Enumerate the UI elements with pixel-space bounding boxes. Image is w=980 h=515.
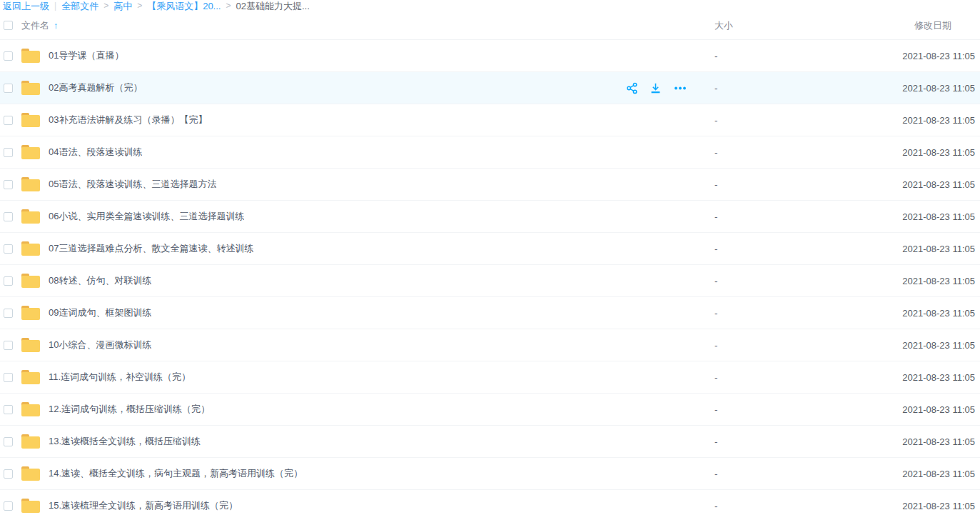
breadcrumb-current: 02基础能力大提... xyxy=(236,1,309,11)
row-checkbox[interactable] xyxy=(4,212,13,221)
folder-icon xyxy=(21,49,40,63)
file-name-link[interactable]: 05语法、段落速读训练、三道选择题方法 xyxy=(49,178,216,191)
file-size: - xyxy=(709,83,901,94)
file-name-link[interactable]: 04语法、段落速读训练 xyxy=(49,146,142,159)
share-icon[interactable] xyxy=(626,82,638,94)
folder-icon xyxy=(21,338,40,352)
row-checkbox[interactable] xyxy=(4,405,13,414)
download-icon[interactable] xyxy=(650,82,662,94)
table-row[interactable]: 07三道选择题难点分析、散文全篇速读、转述训练 - 2021-08-23 11:… xyxy=(0,233,980,265)
file-name-link[interactable]: 13.速读概括全文训练，概括压缩训练 xyxy=(49,435,201,448)
breadcrumb-link-all-files[interactable]: 全部文件 xyxy=(61,1,98,11)
row-checkbox[interactable] xyxy=(4,51,13,61)
file-modified-date: 2021-08-23 11:05 xyxy=(901,404,980,415)
row-checkbox[interactable] xyxy=(4,276,13,286)
file-size: - xyxy=(709,308,901,319)
file-name-link[interactable]: 03补充语法讲解及练习（录播）【完】 xyxy=(49,114,207,126)
table-row[interactable]: 04语法、段落速读训练 - 2021-08-23 11:05 xyxy=(0,136,980,169)
file-name-link[interactable]: 01导学课（直播） xyxy=(49,49,123,62)
folder-icon xyxy=(21,306,40,320)
select-all-checkbox[interactable] xyxy=(4,21,13,30)
file-size: - xyxy=(709,404,901,415)
file-name-link[interactable]: 12.连词成句训练，概括压缩训练（完） xyxy=(49,403,210,416)
file-name-link[interactable]: 08转述、仿句、对联训练 xyxy=(49,274,151,287)
file-modified-date: 2021-08-23 11:05 xyxy=(901,469,980,479)
file-name-link[interactable]: 02高考真题解析（完） xyxy=(49,81,142,94)
row-hover-actions xyxy=(626,82,709,94)
file-modified-date: 2021-08-23 11:05 xyxy=(901,147,980,158)
row-checkbox[interactable] xyxy=(4,84,13,93)
file-name-link[interactable]: 11.连词成句训练，补空训练（完） xyxy=(49,371,191,384)
row-checkbox[interactable] xyxy=(4,309,13,318)
folder-icon xyxy=(21,274,40,288)
file-size: - xyxy=(709,179,901,190)
file-modified-date: 2021-08-23 11:05 xyxy=(901,308,980,319)
file-size: - xyxy=(709,115,901,126)
folder-icon xyxy=(21,402,40,416)
table-row[interactable]: 08转述、仿句、对联训练 - 2021-08-23 11:05 xyxy=(0,265,980,297)
file-modified-date: 2021-08-23 11:05 xyxy=(901,83,980,94)
file-name-link[interactable]: 14.速读、概括全文训练，病句主观题，新高考语用训练（完） xyxy=(49,467,303,480)
folder-icon xyxy=(21,370,40,384)
row-checkbox[interactable] xyxy=(4,116,13,125)
folder-icon xyxy=(21,177,40,191)
table-row[interactable]: 02高考真题解析（完） - 2021-08-23 11:05 xyxy=(0,72,980,104)
breadcrumb-link-highschool[interactable]: 高中 xyxy=(113,1,132,11)
column-header-size[interactable]: 大小 xyxy=(709,19,901,32)
sort-ascending-icon[interactable]: ↑ xyxy=(54,20,59,31)
table-row[interactable]: 01导学课（直播） - 2021-08-23 11:05 xyxy=(0,40,980,72)
row-checkbox[interactable] xyxy=(4,148,13,157)
table-row[interactable]: 15.速读梳理全文训练，新高考语用训练（完） - 2021-08-23 11:0… xyxy=(0,490,980,515)
folder-icon xyxy=(21,241,40,256)
breadcrumb-pipe-separator: | xyxy=(54,1,56,11)
file-size: - xyxy=(709,51,901,61)
folder-icon xyxy=(21,466,40,481)
breadcrumb-link-course[interactable]: 【乘风语文】20... xyxy=(147,1,221,11)
column-header-date[interactable]: 修改日期 xyxy=(901,19,980,32)
file-name-link[interactable]: 15.速读梳理全文训练，新高考语用训练（完） xyxy=(49,499,238,512)
folder-icon xyxy=(21,434,40,449)
table-row[interactable]: 09连词成句、框架图训练 - 2021-08-23 11:05 xyxy=(0,297,980,329)
table-row[interactable]: 10小综合、漫画微标训练 - 2021-08-23 11:05 xyxy=(0,329,980,361)
file-modified-date: 2021-08-23 11:05 xyxy=(901,179,980,190)
column-header-filename[interactable]: 文件名 xyxy=(21,19,49,32)
row-checkbox[interactable] xyxy=(4,180,13,189)
table-row[interactable]: 14.速读、概括全文训练，病句主观题，新高考语用训练（完） - 2021-08-… xyxy=(0,458,980,490)
file-name-link[interactable]: 06小说、实用类全篇速读训练、三道选择题训练 xyxy=(49,210,244,223)
table-row[interactable]: 06小说、实用类全篇速读训练、三道选择题训练 - 2021-08-23 11:0… xyxy=(0,201,980,233)
breadcrumb-back-link[interactable]: 返回上一级 xyxy=(3,1,49,11)
row-checkbox[interactable] xyxy=(4,244,13,254)
file-modified-date: 2021-08-23 11:05 xyxy=(901,244,980,254)
row-checkbox[interactable] xyxy=(4,469,13,479)
file-size: - xyxy=(709,244,901,254)
breadcrumb: 返回上一级 | 全部文件 > 高中 > 【乘风语文】20... > 02基础能力… xyxy=(0,0,980,11)
row-checkbox[interactable] xyxy=(4,501,13,511)
file-modified-date: 2021-08-23 11:05 xyxy=(901,51,980,61)
folder-icon xyxy=(21,209,40,224)
row-checkbox[interactable] xyxy=(4,373,13,382)
folder-icon xyxy=(21,113,40,127)
folder-icon xyxy=(21,145,40,159)
file-size: - xyxy=(709,147,901,158)
file-modified-date: 2021-08-23 11:05 xyxy=(901,436,980,447)
file-modified-date: 2021-08-23 11:05 xyxy=(901,340,980,351)
file-name-link[interactable]: 07三道选择题难点分析、散文全篇速读、转述训练 xyxy=(49,242,253,255)
row-checkbox[interactable] xyxy=(4,341,13,350)
table-row[interactable]: 05语法、段落速读训练、三道选择题方法 - 2021-08-23 11:05 xyxy=(0,169,980,201)
table-row[interactable]: 13.速读概括全文训练，概括压缩训练 - 2021-08-23 11:05 xyxy=(0,426,980,458)
breadcrumb-separator: > xyxy=(103,1,108,11)
file-size: - xyxy=(709,340,901,351)
folder-icon xyxy=(21,81,40,95)
more-icon[interactable] xyxy=(673,82,687,94)
file-name-link[interactable]: 10小综合、漫画微标训练 xyxy=(49,339,151,351)
file-name-link[interactable]: 09连词成句、框架图训练 xyxy=(49,306,151,319)
row-checkbox[interactable] xyxy=(4,437,13,446)
file-list-header: 文件名 ↑ 大小 修改日期 xyxy=(0,11,980,40)
file-modified-date: 2021-08-23 11:05 xyxy=(901,501,980,511)
file-modified-date: 2021-08-23 11:05 xyxy=(901,372,980,383)
table-row[interactable]: 03补充语法讲解及练习（录播）【完】 - 2021-08-23 11:05 xyxy=(0,104,980,136)
table-row[interactable]: 11.连词成句训练，补空训练（完） - 2021-08-23 11:05 xyxy=(0,361,980,394)
file-size: - xyxy=(709,372,901,383)
file-modified-date: 2021-08-23 11:05 xyxy=(901,276,980,286)
table-row[interactable]: 12.连词成句训练，概括压缩训练（完） - 2021-08-23 11:05 xyxy=(0,394,980,426)
